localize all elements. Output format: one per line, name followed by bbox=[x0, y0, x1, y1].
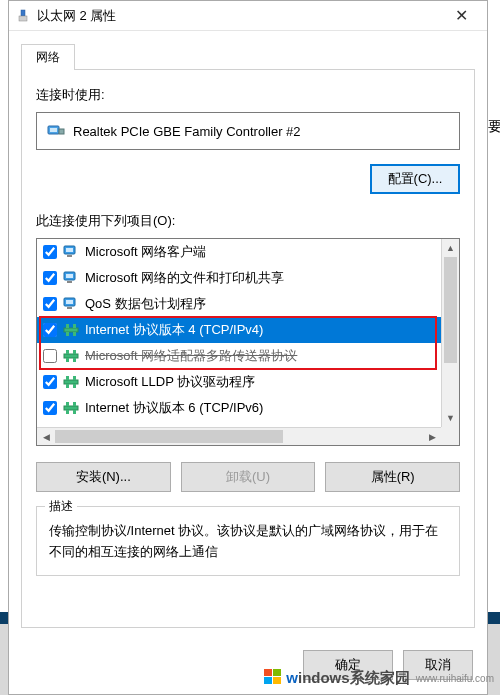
item-checkbox[interactable] bbox=[43, 245, 57, 259]
item-checkbox[interactable] bbox=[43, 297, 57, 311]
scroll-up-button[interactable]: ▲ bbox=[442, 239, 459, 257]
tabs: 网络 bbox=[9, 31, 487, 69]
properties-window: 以太网 2 属性 ✕ 网络 连接时使用: Realtek PCIe GBE Fa… bbox=[8, 0, 488, 695]
item-checkbox[interactable] bbox=[43, 271, 57, 285]
svg-rect-26 bbox=[73, 376, 76, 380]
adapter-name: Realtek PCIe GBE Family Controller #2 bbox=[73, 124, 301, 139]
item-checkbox[interactable] bbox=[43, 349, 57, 363]
svg-rect-1 bbox=[19, 16, 27, 21]
svg-rect-21 bbox=[73, 350, 76, 354]
description-legend: 描述 bbox=[45, 498, 77, 515]
tab-panel: 连接时使用: Realtek PCIe GBE Family Controlle… bbox=[21, 69, 475, 628]
svg-rect-30 bbox=[66, 402, 69, 406]
item-text: Microsoft 网络客户端 bbox=[85, 243, 206, 261]
svg-rect-3 bbox=[50, 128, 57, 132]
hscroll-track[interactable] bbox=[55, 428, 423, 445]
item-text: Microsoft 网络的文件和打印机共享 bbox=[85, 269, 284, 287]
list-item[interactable]: Internet 协议版本 4 (TCP/IPv4) bbox=[37, 317, 441, 343]
protocol-icon bbox=[63, 322, 79, 338]
list-item[interactable]: Internet 协议版本 6 (TCP/IPv6) bbox=[37, 395, 441, 421]
svg-rect-25 bbox=[66, 376, 69, 380]
description-text: 传输控制协议/Internet 协议。该协议是默认的广域网络协议，用于在不同的相… bbox=[49, 521, 447, 563]
protocol-icon bbox=[63, 374, 79, 390]
scroll-corner bbox=[441, 427, 459, 445]
item-text: Microsoft LLDP 协议驱动程序 bbox=[85, 373, 255, 391]
tab-network[interactable]: 网络 bbox=[21, 44, 75, 70]
list-item[interactable]: Microsoft 网络客户端 bbox=[37, 239, 441, 265]
configure-row: 配置(C)... bbox=[36, 164, 460, 194]
svg-rect-40 bbox=[273, 669, 281, 676]
items-label: 此连接使用下列项目(O): bbox=[36, 212, 460, 230]
monitor-icon bbox=[63, 270, 79, 286]
svg-rect-19 bbox=[64, 354, 78, 358]
svg-rect-10 bbox=[67, 281, 72, 283]
vertical-scrollbar[interactable]: ▲ ▼ bbox=[441, 239, 459, 427]
list-item[interactable]: QoS 数据包计划程序 bbox=[37, 291, 441, 317]
svg-rect-27 bbox=[66, 384, 69, 388]
svg-rect-0 bbox=[21, 10, 25, 16]
monitor-icon bbox=[63, 296, 79, 312]
hscroll-right-button[interactable]: ▶ bbox=[423, 428, 441, 445]
properties-button[interactable]: 属性(R) bbox=[325, 462, 460, 492]
svg-rect-7 bbox=[67, 255, 72, 257]
scroll-thumb[interactable] bbox=[444, 257, 457, 363]
svg-rect-9 bbox=[66, 274, 73, 278]
network-adapter-icon bbox=[15, 8, 31, 24]
scroll-track[interactable] bbox=[442, 257, 459, 409]
uninstall-button: 卸载(U) bbox=[181, 462, 316, 492]
list-item[interactable]: Microsoft LLDP 协议驱动程序 bbox=[37, 369, 441, 395]
titlebar: 以太网 2 属性 ✕ bbox=[9, 1, 487, 31]
scroll-down-button[interactable]: ▼ bbox=[442, 409, 459, 427]
description-group: 描述 传输控制协议/Internet 协议。该协议是默认的广域网络协议，用于在不… bbox=[36, 506, 460, 576]
svg-rect-33 bbox=[73, 410, 76, 414]
item-checkbox[interactable] bbox=[43, 375, 57, 389]
item-checkbox[interactable] bbox=[43, 323, 57, 337]
hscroll-left-button[interactable]: ◀ bbox=[37, 428, 55, 445]
item-text: Microsoft 网络适配器多路传送器协议 bbox=[85, 347, 297, 365]
close-button[interactable]: ✕ bbox=[441, 2, 481, 30]
tab-label: 网络 bbox=[36, 50, 60, 64]
monitor-icon bbox=[63, 244, 79, 260]
item-text: Internet 协议版本 6 (TCP/IPv6) bbox=[85, 399, 263, 417]
window-title: 以太网 2 属性 bbox=[37, 7, 441, 25]
svg-rect-4 bbox=[59, 129, 64, 134]
protocol-icon bbox=[63, 348, 79, 364]
svg-rect-23 bbox=[73, 358, 76, 362]
list-scroll-area[interactable]: Microsoft 网络客户端Microsoft 网络的文件和打印机共享QoS … bbox=[37, 239, 441, 427]
svg-rect-18 bbox=[73, 332, 76, 336]
svg-rect-24 bbox=[64, 380, 78, 384]
svg-rect-6 bbox=[66, 248, 73, 252]
svg-rect-22 bbox=[66, 358, 69, 362]
svg-rect-12 bbox=[66, 300, 73, 304]
watermark-url: www.ruihaifu.com bbox=[416, 673, 494, 684]
svg-rect-16 bbox=[73, 324, 76, 328]
protocol-icon bbox=[63, 400, 79, 416]
svg-rect-39 bbox=[264, 669, 272, 676]
svg-rect-41 bbox=[264, 677, 272, 684]
svg-rect-31 bbox=[73, 402, 76, 406]
hscroll-thumb[interactable] bbox=[55, 430, 283, 443]
watermark-text: windows系统家园 bbox=[286, 669, 409, 688]
item-text: Internet 协议版本 4 (TCP/IPv4) bbox=[85, 321, 263, 339]
item-buttons-row: 安装(N)... 卸载(U) 属性(R) bbox=[36, 462, 460, 492]
windows-logo-icon bbox=[264, 668, 282, 689]
horizontal-scrollbar[interactable]: ◀ ▶ bbox=[37, 427, 441, 445]
list-item[interactable]: Microsoft 网络的文件和打印机共享 bbox=[37, 265, 441, 291]
svg-rect-13 bbox=[67, 307, 72, 309]
svg-rect-29 bbox=[64, 406, 78, 410]
list-item[interactable]: Microsoft 网络适配器多路传送器协议 bbox=[37, 343, 441, 369]
item-checkbox[interactable] bbox=[43, 401, 57, 415]
item-text: QoS 数据包计划程序 bbox=[85, 295, 206, 313]
svg-rect-15 bbox=[66, 324, 69, 328]
close-icon: ✕ bbox=[455, 6, 468, 25]
ethernet-adapter-icon bbox=[47, 123, 65, 139]
configure-button[interactable]: 配置(C)... bbox=[370, 164, 460, 194]
svg-rect-14 bbox=[64, 328, 78, 332]
install-button[interactable]: 安装(N)... bbox=[36, 462, 171, 492]
svg-rect-20 bbox=[66, 350, 69, 354]
svg-rect-32 bbox=[66, 410, 69, 414]
svg-rect-42 bbox=[273, 677, 281, 684]
svg-rect-17 bbox=[66, 332, 69, 336]
clipped-side-text: 要 bbox=[488, 118, 500, 136]
items-list: Microsoft 网络客户端Microsoft 网络的文件和打印机共享QoS … bbox=[36, 238, 460, 446]
